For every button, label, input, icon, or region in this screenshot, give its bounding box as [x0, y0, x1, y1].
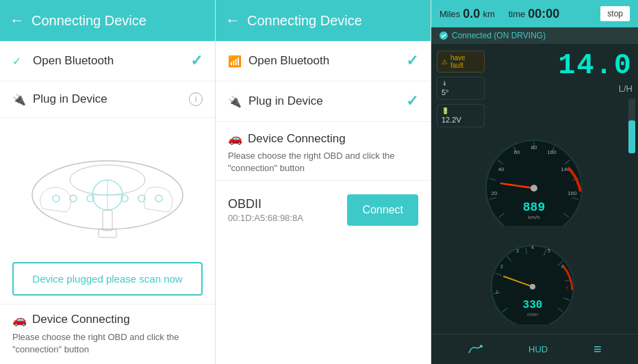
- dash-bottom-nav: HUD ≡: [431, 334, 638, 364]
- svg-text:3: 3: [516, 248, 519, 253]
- lh-unit: L/H: [619, 83, 633, 94]
- menu-icon: ≡: [594, 341, 602, 357]
- connected-dot: [439, 31, 448, 40]
- plug-check-2: ✓: [406, 92, 418, 110]
- bluetooth-check-1: ✓: [190, 52, 203, 70]
- panel-2-title: Connecting Device: [247, 13, 362, 29]
- obd-row: OBDII 00:1D:A5:68:98:8A Connect: [216, 183, 431, 237]
- svg-point-58: [480, 345, 483, 348]
- connect-button[interactable]: Connect: [347, 194, 418, 226]
- stop-button[interactable]: stop: [600, 6, 630, 21]
- warning-icon: ⚠: [442, 58, 448, 66]
- bluetooth-check-2: ✓: [406, 52, 418, 70]
- obd-name: OBDII: [228, 197, 303, 211]
- svg-text:4: 4: [531, 245, 534, 250]
- step-plug-label-2: Plug in Device: [248, 94, 399, 108]
- panel-2-header: ← Connecting Device: [216, 0, 431, 41]
- svg-text:40: 40: [498, 166, 505, 172]
- svg-text:2: 2: [500, 264, 503, 269]
- svg-text:160: 160: [567, 190, 577, 196]
- info-icon-1[interactable]: i: [189, 92, 203, 106]
- connected-status: Connected (ON DRVING): [452, 31, 546, 40]
- temp-box: 🌡 5°: [437, 77, 485, 100]
- big-number: 14.0: [558, 49, 633, 82]
- temp-value: 5°: [442, 88, 480, 96]
- step-bluetooth-label-1: Open Bluetooth: [33, 54, 183, 68]
- svg-point-33: [531, 185, 537, 192]
- svg-text:r/min: r/min: [527, 312, 538, 317]
- svg-text:60: 60: [514, 149, 520, 155]
- left-info-panel: ⚠ have fault 🌡 5° 🔋 12.2V: [437, 51, 485, 127]
- rpm-gauge: 1 2 3 4 5 6 7 330 r/min: [485, 229, 580, 324]
- fault-label: have fault: [450, 54, 480, 69]
- bluetooth-icon-2: 📶: [228, 55, 242, 68]
- car-icon-2: 🚗: [228, 131, 242, 146]
- battery-box: 🔋 12.2V: [437, 104, 485, 127]
- time-value: 00:00: [528, 7, 559, 21]
- step-bluetooth-label-2: Open Bluetooth: [248, 54, 399, 68]
- device-connecting-2: 🚗 Device Connecting Please choose the ri…: [216, 122, 431, 181]
- back-button-2[interactable]: ←: [225, 12, 240, 29]
- step-bluetooth-2: 📶 Open Bluetooth ✓: [216, 41, 431, 81]
- svg-text:km/h: km/h: [528, 214, 539, 220]
- panel-1-title: Connecting Device: [31, 13, 146, 29]
- svg-point-55: [530, 284, 535, 289]
- dash-stats: Miles 0.0 km time 00:00: [439, 7, 559, 21]
- obd-info: OBDII 00:1D:A5:68:98:8A: [228, 197, 303, 223]
- svg-text:80: 80: [531, 144, 537, 151]
- plug-icon-2: 🔌: [228, 95, 242, 108]
- dash-header: Miles 0.0 km time 00:00 stop: [431, 0, 638, 27]
- svg-text:889: 889: [523, 200, 545, 214]
- device-connecting-desc-1: Please choose the right OBD and click th…: [12, 331, 203, 356]
- svg-point-10: [155, 195, 162, 202]
- car-diagram-1: [0, 118, 215, 262]
- km-value: 0.0: [463, 7, 480, 21]
- dashboard-panel: Miles 0.0 km time 00:00 stop Connected (…: [431, 0, 638, 364]
- km-unit: km: [483, 9, 494, 19]
- svg-text:7: 7: [565, 286, 568, 291]
- device-connecting-desc-2: Please choose the right OBD and click th…: [228, 150, 418, 174]
- hud-label: HUD: [528, 344, 548, 354]
- step-plug-1: 🔌 Plug in Device i: [0, 81, 215, 118]
- battery-value: 12.2V: [442, 116, 480, 124]
- scan-button-1[interactable]: Device plugged please scan now: [12, 262, 203, 296]
- miles-label: Miles: [439, 9, 460, 19]
- svg-text:20: 20: [492, 190, 498, 196]
- nav-menu[interactable]: ≡: [594, 341, 602, 357]
- temp-icon: 🌡: [442, 80, 448, 87]
- step-plug-2: 🔌 Plug in Device ✓: [216, 81, 431, 122]
- panel-2: ← Connecting Device 📶 Open Bluetooth ✓ 🔌…: [216, 0, 431, 364]
- device-connecting-title-1: Device Connecting: [32, 313, 130, 326]
- time-label: time: [509, 9, 526, 19]
- step-bluetooth-1: ✓︎ Open Bluetooth ✓: [0, 41, 215, 81]
- panel-1-header: ← Connecting Device: [0, 0, 215, 41]
- battery-icon: 🔋: [442, 107, 449, 114]
- svg-text:1: 1: [496, 289, 498, 294]
- speed-gauge: 20 40 60 80 100 140 160 889 km/h: [479, 130, 589, 226]
- plug-icon-1: 🔌: [12, 93, 26, 106]
- connected-bar: Connected (ON DRVING): [431, 27, 638, 44]
- obd-mac: 00:1D:A5:68:98:8A: [228, 213, 303, 223]
- svg-text:330: 330: [523, 299, 543, 311]
- nav-trip[interactable]: [468, 343, 483, 356]
- device-connecting-title-2: Device Connecting: [248, 132, 346, 146]
- fault-box: ⚠ have fault: [437, 51, 485, 73]
- svg-text:100: 100: [547, 149, 557, 155]
- nav-hud[interactable]: HUD: [528, 344, 548, 354]
- bluetooth-icon-1: ✓︎: [12, 55, 26, 68]
- device-connecting-1: 🚗 Device Connecting Please choose the ri…: [0, 304, 215, 364]
- svg-point-5: [53, 195, 60, 202]
- svg-text:5: 5: [548, 248, 550, 253]
- car-icon-1: 🚗: [12, 313, 27, 327]
- panel-1: ← Connecting Device ✓︎ Open Bluetooth ✓ …: [0, 0, 216, 364]
- step-plug-label-1: Plug in Device: [33, 92, 182, 106]
- speedometer-container: 20 40 60 80 100 140 160 889 km/h: [479, 130, 638, 327]
- back-button-1[interactable]: ←: [10, 12, 25, 29]
- svg-rect-11: [103, 210, 112, 231]
- gauges-area: ⚠ have fault 🌡 5° 🔋 12.2V 14.0 L/H: [431, 44, 638, 334]
